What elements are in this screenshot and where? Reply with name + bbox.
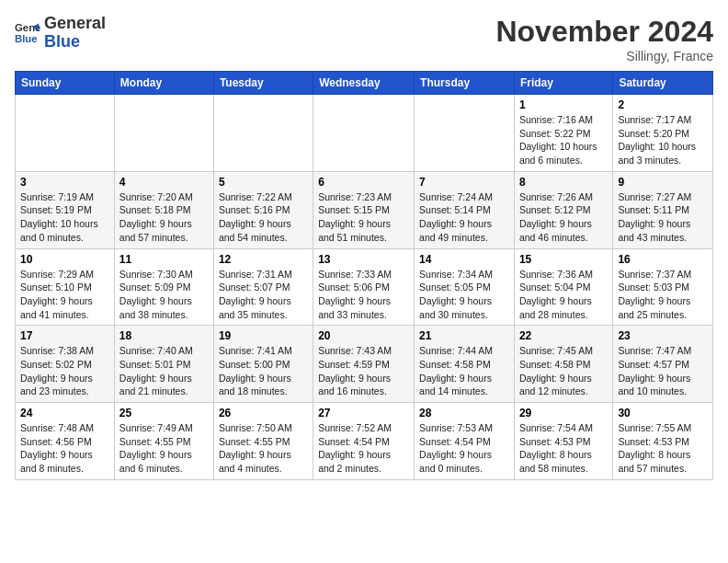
month-title: November 2024: [495, 15, 713, 49]
day-info: Sunrise: 7:16 AM Sunset: 5:22 PM Dayligh…: [519, 113, 608, 167]
day-number: 25: [119, 407, 209, 419]
calendar-day-cell: 25Sunrise: 7:49 AM Sunset: 4:55 PM Dayli…: [114, 403, 213, 480]
calendar-day-cell: 6Sunrise: 7:23 AM Sunset: 5:15 PM Daylig…: [313, 171, 415, 248]
calendar-day-cell: [415, 95, 515, 172]
day-info: Sunrise: 7:26 AM Sunset: 5:12 PM Dayligh…: [519, 190, 608, 245]
day-info: Sunrise: 7:55 AM Sunset: 4:53 PM Dayligh…: [618, 421, 708, 476]
day-number: 14: [419, 253, 509, 266]
weekday-header-cell: Thursday: [415, 72, 515, 95]
day-info: Sunrise: 7:20 AM Sunset: 5:18 PM Dayligh…: [119, 190, 209, 245]
day-info: Sunrise: 7:31 AM Sunset: 5:07 PM Dayligh…: [219, 268, 308, 322]
weekday-header-cell: Tuesday: [213, 72, 313, 95]
day-info: Sunrise: 7:40 AM Sunset: 5:01 PM Dayligh…: [119, 344, 209, 398]
day-number: 6: [318, 176, 409, 189]
weekday-header-cell: Wednesday: [313, 72, 415, 95]
day-info: Sunrise: 7:27 AM Sunset: 5:11 PM Dayligh…: [618, 190, 708, 245]
day-number: 8: [519, 176, 608, 189]
calendar-day-cell: 26Sunrise: 7:50 AM Sunset: 4:55 PM Dayli…: [213, 403, 313, 480]
weekday-header-cell: Monday: [114, 72, 213, 95]
day-number: 15: [519, 253, 608, 266]
calendar-day-cell: 12Sunrise: 7:31 AM Sunset: 5:07 PM Dayli…: [213, 248, 313, 326]
day-number: 7: [419, 176, 509, 189]
calendar-week-row: 3Sunrise: 7:19 AM Sunset: 5:19 PM Daylig…: [16, 171, 713, 248]
calendar-day-cell: 28Sunrise: 7:53 AM Sunset: 4:54 PM Dayli…: [415, 403, 515, 480]
day-info: Sunrise: 7:54 AM Sunset: 4:53 PM Dayligh…: [519, 421, 608, 476]
calendar-day-cell: 3Sunrise: 7:19 AM Sunset: 5:19 PM Daylig…: [16, 171, 115, 248]
day-info: Sunrise: 7:29 AM Sunset: 5:10 PM Dayligh…: [20, 268, 109, 322]
calendar-day-cell: 16Sunrise: 7:37 AM Sunset: 5:03 PM Dayli…: [613, 248, 713, 326]
day-number: 26: [219, 407, 308, 419]
day-number: 13: [318, 253, 409, 266]
day-info: Sunrise: 7:47 AM Sunset: 4:57 PM Dayligh…: [618, 344, 708, 398]
calendar-day-cell: 4Sunrise: 7:20 AM Sunset: 5:18 PM Daylig…: [114, 171, 213, 248]
day-info: Sunrise: 7:19 AM Sunset: 5:19 PM Dayligh…: [20, 190, 109, 245]
day-info: Sunrise: 7:38 AM Sunset: 5:02 PM Dayligh…: [20, 344, 109, 398]
calendar-day-cell: 30Sunrise: 7:55 AM Sunset: 4:53 PM Dayli…: [613, 403, 713, 480]
day-number: 9: [618, 176, 708, 189]
day-info: Sunrise: 7:43 AM Sunset: 4:59 PM Dayligh…: [318, 344, 409, 398]
calendar-day-cell: 1Sunrise: 7:16 AM Sunset: 5:22 PM Daylig…: [514, 95, 612, 172]
day-info: Sunrise: 7:17 AM Sunset: 5:20 PM Dayligh…: [618, 113, 708, 167]
calendar-day-cell: 7Sunrise: 7:24 AM Sunset: 5:14 PM Daylig…: [415, 171, 515, 248]
day-number: 5: [219, 176, 308, 189]
weekday-header-cell: Saturday: [613, 72, 713, 95]
day-number: 27: [318, 407, 409, 419]
calendar-day-cell: 17Sunrise: 7:38 AM Sunset: 5:02 PM Dayli…: [16, 326, 115, 403]
day-info: Sunrise: 7:53 AM Sunset: 4:54 PM Dayligh…: [419, 421, 509, 476]
calendar-day-cell: 10Sunrise: 7:29 AM Sunset: 5:10 PM Dayli…: [16, 248, 115, 326]
calendar-day-cell: 24Sunrise: 7:48 AM Sunset: 4:56 PM Dayli…: [16, 403, 115, 480]
page-header: General Blue General Blue November 2024 …: [15, 15, 713, 63]
logo: General Blue General Blue: [15, 15, 106, 52]
calendar-day-cell: 8Sunrise: 7:26 AM Sunset: 5:12 PM Daylig…: [514, 171, 612, 248]
calendar-body: 1Sunrise: 7:16 AM Sunset: 5:22 PM Daylig…: [16, 95, 713, 480]
day-number: 17: [20, 329, 109, 342]
calendar-week-row: 10Sunrise: 7:29 AM Sunset: 5:10 PM Dayli…: [16, 248, 713, 326]
day-number: 30: [618, 407, 708, 419]
day-info: Sunrise: 7:23 AM Sunset: 5:15 PM Dayligh…: [318, 190, 409, 245]
calendar-day-cell: 18Sunrise: 7:40 AM Sunset: 5:01 PM Dayli…: [114, 326, 213, 403]
calendar-day-cell: 23Sunrise: 7:47 AM Sunset: 4:57 PM Dayli…: [613, 326, 713, 403]
weekday-header-cell: Friday: [514, 72, 612, 95]
day-info: Sunrise: 7:52 AM Sunset: 4:54 PM Dayligh…: [318, 421, 409, 476]
calendar-day-cell: 22Sunrise: 7:45 AM Sunset: 4:58 PM Dayli…: [514, 326, 612, 403]
day-number: 2: [618, 98, 708, 111]
day-info: Sunrise: 7:22 AM Sunset: 5:16 PM Dayligh…: [219, 190, 308, 245]
day-info: Sunrise: 7:34 AM Sunset: 5:05 PM Dayligh…: [419, 268, 509, 322]
calendar-day-cell: 9Sunrise: 7:27 AM Sunset: 5:11 PM Daylig…: [613, 171, 713, 248]
logo-icon: General Blue: [15, 20, 40, 46]
calendar-day-cell: 14Sunrise: 7:34 AM Sunset: 5:05 PM Dayli…: [415, 248, 515, 326]
day-number: 22: [519, 329, 608, 342]
day-number: 28: [419, 407, 509, 419]
calendar-day-cell: 5Sunrise: 7:22 AM Sunset: 5:16 PM Daylig…: [213, 171, 313, 248]
logo-general: General: [44, 15, 106, 33]
svg-text:Blue: Blue: [15, 32, 38, 43]
calendar-week-row: 17Sunrise: 7:38 AM Sunset: 5:02 PM Dayli…: [16, 326, 713, 403]
calendar-day-cell: [313, 95, 415, 172]
day-info: Sunrise: 7:49 AM Sunset: 4:55 PM Dayligh…: [119, 421, 209, 476]
day-info: Sunrise: 7:50 AM Sunset: 4:55 PM Dayligh…: [219, 421, 308, 476]
day-number: 21: [419, 329, 509, 342]
day-number: 3: [20, 176, 109, 189]
calendar-day-cell: [114, 95, 213, 172]
calendar-table: SundayMondayTuesdayWednesdayThursdayFrid…: [15, 71, 713, 480]
day-info: Sunrise: 7:36 AM Sunset: 5:04 PM Dayligh…: [519, 268, 608, 322]
calendar-week-row: 24Sunrise: 7:48 AM Sunset: 4:56 PM Dayli…: [16, 403, 713, 480]
day-number: 29: [519, 407, 608, 419]
weekday-header-row: SundayMondayTuesdayWednesdayThursdayFrid…: [16, 72, 713, 95]
calendar-day-cell: 21Sunrise: 7:44 AM Sunset: 4:58 PM Dayli…: [415, 326, 515, 403]
calendar-day-cell: 15Sunrise: 7:36 AM Sunset: 5:04 PM Dayli…: [514, 248, 612, 326]
logo-blue: Blue: [44, 33, 106, 52]
calendar-day-cell: [16, 95, 115, 172]
day-info: Sunrise: 7:33 AM Sunset: 5:06 PM Dayligh…: [318, 268, 409, 322]
day-info: Sunrise: 7:41 AM Sunset: 5:00 PM Dayligh…: [219, 344, 308, 398]
day-info: Sunrise: 7:24 AM Sunset: 5:14 PM Dayligh…: [419, 190, 509, 245]
day-number: 4: [119, 176, 209, 189]
day-number: 24: [20, 407, 109, 419]
calendar-day-cell: 20Sunrise: 7:43 AM Sunset: 4:59 PM Dayli…: [313, 326, 415, 403]
calendar-day-cell: 29Sunrise: 7:54 AM Sunset: 4:53 PM Dayli…: [514, 403, 612, 480]
day-number: 19: [219, 329, 308, 342]
calendar-day-cell: 11Sunrise: 7:30 AM Sunset: 5:09 PM Dayli…: [114, 248, 213, 326]
day-info: Sunrise: 7:37 AM Sunset: 5:03 PM Dayligh…: [618, 268, 708, 322]
location: Sillingy, France: [495, 49, 713, 63]
day-number: 20: [318, 329, 409, 342]
